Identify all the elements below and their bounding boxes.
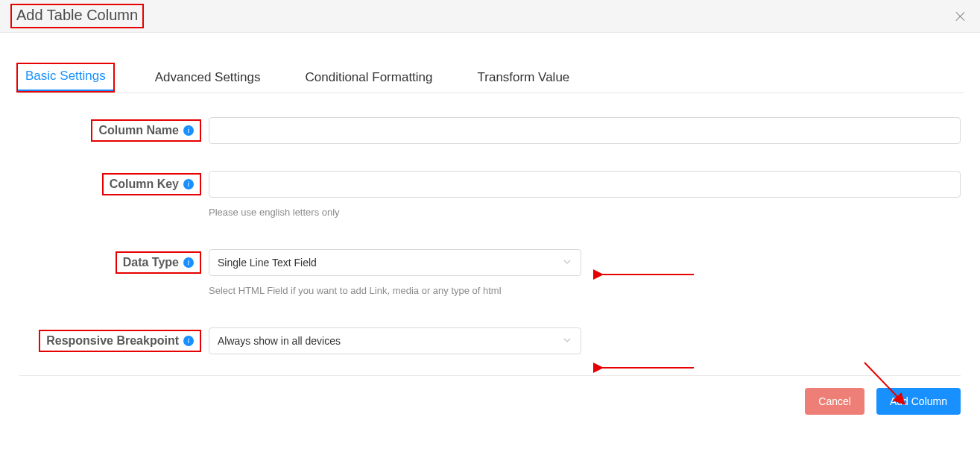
column-key-label: Column Key xyxy=(110,178,179,191)
annotation-highlight: Add Table Column xyxy=(10,4,144,28)
annotation-arrow xyxy=(593,360,698,375)
data-type-help: Select HTML Field if you want to add Lin… xyxy=(209,285,961,296)
annotation-highlight: Basic Settings xyxy=(16,63,115,92)
chevron-down-icon xyxy=(563,335,572,347)
annotation-highlight: Responsive Breakpoint i xyxy=(39,330,201,352)
info-icon[interactable]: i xyxy=(183,125,194,136)
label-cell: Column Key i xyxy=(19,171,209,198)
responsive-breakpoint-value: Always show in all devices xyxy=(218,335,341,347)
close-icon[interactable] xyxy=(955,10,967,22)
data-type-value: Single Line Text Field xyxy=(218,257,317,269)
cancel-button[interactable]: Cancel xyxy=(805,388,864,415)
info-icon[interactable]: i xyxy=(183,179,194,189)
row-responsive-breakpoint: Responsive Breakpoint i Always show in a… xyxy=(19,327,961,354)
tab-advanced-settings[interactable]: Advanced Settings xyxy=(151,70,265,92)
responsive-breakpoint-select[interactable]: Always show in all devices xyxy=(209,327,581,354)
dialog-header: Add Table Column xyxy=(0,0,980,33)
dialog-footer: Cancel Add Column xyxy=(19,375,961,415)
field-cell: Single Line Text Field Select HTML Field… xyxy=(209,249,961,319)
annotation-highlight: Column Name i xyxy=(91,119,201,142)
column-name-label: Column Name xyxy=(98,124,179,137)
info-icon[interactable]: i xyxy=(183,336,194,346)
label-cell: Data Type i xyxy=(19,249,209,276)
label-cell: Column Name i xyxy=(19,117,209,144)
field-cell xyxy=(209,117,961,144)
info-icon[interactable]: i xyxy=(183,257,194,268)
field-cell: Always show in all devices xyxy=(209,327,961,354)
data-type-select[interactable]: Single Line Text Field xyxy=(209,249,581,276)
column-name-input[interactable] xyxy=(209,117,961,144)
tabs: Basic Settings Advanced Settings Conditi… xyxy=(16,63,964,93)
label-cell: Responsive Breakpoint i xyxy=(19,327,209,354)
field-cell: Please use english letters only xyxy=(209,171,961,240)
dialog-title: Add Table Column xyxy=(16,7,138,23)
annotation-highlight: Column Key i xyxy=(102,173,201,195)
annotation-highlight: Data Type i xyxy=(116,251,201,274)
row-data-type: Data Type i Single Line Text Field Selec… xyxy=(19,249,961,319)
column-key-help: Please use english letters only xyxy=(209,207,961,218)
data-type-label: Data Type xyxy=(123,256,179,269)
add-column-button[interactable]: Add Column xyxy=(876,388,961,415)
tab-transform-value[interactable]: Transform Value xyxy=(473,70,575,92)
tab-basic-settings[interactable]: Basic Settings xyxy=(18,64,113,91)
form: Column Name i Column Key i Please use en… xyxy=(19,117,961,354)
row-column-name: Column Name i xyxy=(19,117,961,144)
tab-conditional-formatting[interactable]: Conditional Formatting xyxy=(301,70,437,92)
chevron-down-icon xyxy=(563,257,572,269)
column-key-input[interactable] xyxy=(209,171,961,198)
row-column-key: Column Key i Please use english letters … xyxy=(19,171,961,240)
responsive-breakpoint-label: Responsive Breakpoint xyxy=(46,334,179,348)
